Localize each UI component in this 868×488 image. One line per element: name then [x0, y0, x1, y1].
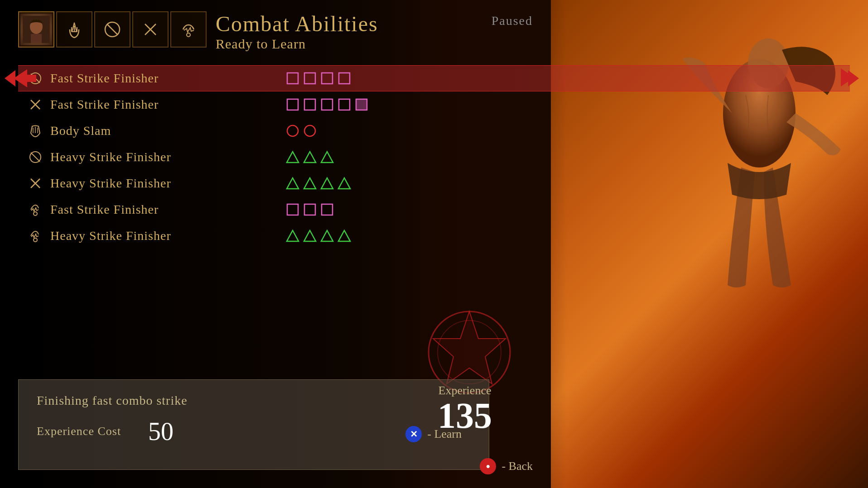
abilities-list: Fast Strike Finisher Fas [18, 65, 850, 249]
svg-point-34 [304, 125, 315, 136]
ability-name-3: Body Slam [50, 124, 277, 138]
svg-marker-45 [338, 178, 350, 189]
back-label: - Back [502, 459, 533, 473]
ability-name-7: Heavy Strike Finisher [50, 229, 277, 243]
svg-rect-18 [287, 73, 298, 84]
svg-point-50 [34, 238, 37, 242]
ability-row-body-slam[interactable]: Body Slam [18, 118, 850, 144]
svg-line-11 [107, 24, 118, 35]
svg-rect-20 [322, 73, 333, 84]
ability-buttons-1 [286, 72, 351, 85]
svg-marker-44 [321, 178, 333, 189]
page-title: Combat Abilities [216, 11, 378, 36]
ability-description: Finishing fast combo strike [37, 393, 471, 408]
ability-buttons-4 [286, 150, 334, 164]
ability-buttons-2 [286, 98, 368, 111]
x-button-icon: ✕ [405, 426, 422, 442]
svg-marker-43 [304, 178, 316, 189]
header: Combat Abilities Ready to Learn [0, 0, 868, 61]
ability-name-5: Heavy Strike Finisher [50, 176, 277, 191]
svg-rect-27 [322, 99, 333, 110]
ability-icon-3 [27, 123, 43, 139]
tab-swords[interactable] [132, 11, 169, 48]
ability-name-1: Fast Strike Finisher [50, 71, 277, 86]
svg-marker-51 [287, 230, 299, 241]
svg-marker-39 [321, 152, 333, 163]
svg-point-33 [287, 125, 298, 136]
ability-name-2: Fast Strike Finisher [50, 97, 277, 112]
ability-buttons-3 [286, 124, 317, 138]
back-button[interactable]: ● - Back [480, 458, 533, 474]
svg-line-36 [31, 153, 40, 162]
ability-icon-6 [27, 201, 43, 218]
ability-buttons-7 [286, 229, 351, 243]
selection-arrow [14, 69, 36, 87]
main-content: Combat Abilities Ready to Learn Paused F… [0, 0, 868, 488]
paused-indicator: Paused [492, 14, 533, 28]
ability-buttons-5 [286, 177, 351, 190]
selection-arrow-right [841, 68, 854, 88]
svg-rect-25 [287, 99, 298, 110]
ability-row-heavy-strike-3[interactable]: Heavy Strike Finisher [18, 223, 850, 249]
ability-icon-5 [27, 175, 43, 191]
svg-marker-15 [14, 69, 36, 87]
ability-icon-2 [27, 96, 43, 113]
experience-display: Experience 135 [438, 384, 492, 434]
svg-marker-52 [304, 230, 316, 241]
ability-icon-7 [27, 228, 43, 244]
page-subtitle: Ready to Learn [216, 36, 378, 52]
ability-row-fast-strike-3[interactable]: Fast Strike Finisher [18, 196, 850, 223]
svg-marker-37 [287, 152, 299, 163]
cost-value: 50 [148, 417, 174, 446]
svg-point-14 [187, 33, 190, 37]
ability-row-fast-strike-2[interactable]: Fast Strike Finisher [18, 91, 850, 118]
svg-rect-19 [304, 73, 315, 84]
svg-rect-6 [31, 34, 42, 43]
ability-row-heavy-strike-1[interactable]: Heavy Strike Finisher [18, 144, 850, 170]
svg-marker-53 [321, 230, 333, 241]
ability-icon-4 [27, 149, 43, 165]
svg-marker-22 [841, 68, 854, 86]
svg-point-46 [34, 212, 37, 215]
svg-rect-21 [339, 73, 350, 84]
ability-name-4: Heavy Strike Finisher [50, 150, 277, 164]
info-panel: Finishing fast combo strike Experience C… [18, 379, 489, 470]
svg-rect-49 [322, 204, 333, 215]
svg-rect-29 [356, 99, 367, 110]
tab-icons [18, 11, 207, 48]
ability-row-fast-strike-1[interactable]: Fast Strike Finisher [18, 65, 850, 91]
character-avatar [20, 14, 52, 45]
svg-rect-26 [304, 99, 315, 110]
tab-character[interactable] [18, 11, 54, 48]
header-titles: Combat Abilities Ready to Learn [216, 9, 378, 52]
svg-marker-38 [304, 152, 316, 163]
svg-rect-47 [287, 204, 298, 215]
tab-grapple[interactable] [170, 11, 207, 48]
svg-rect-48 [304, 204, 315, 215]
cost-label: Experience Cost [37, 425, 121, 438]
svg-marker-42 [287, 178, 299, 189]
svg-marker-54 [338, 230, 350, 241]
tab-hand[interactable] [56, 11, 92, 48]
svg-rect-28 [339, 99, 350, 110]
circle-button-icon: ● [480, 458, 496, 474]
ability-name-6: Fast Strike Finisher [50, 202, 277, 217]
tab-no-weapon[interactable] [94, 11, 130, 48]
ability-buttons-6 [286, 203, 334, 216]
ability-row-heavy-strike-2[interactable]: Heavy Strike Finisher [18, 170, 850, 196]
experience-value: 135 [438, 396, 492, 435]
